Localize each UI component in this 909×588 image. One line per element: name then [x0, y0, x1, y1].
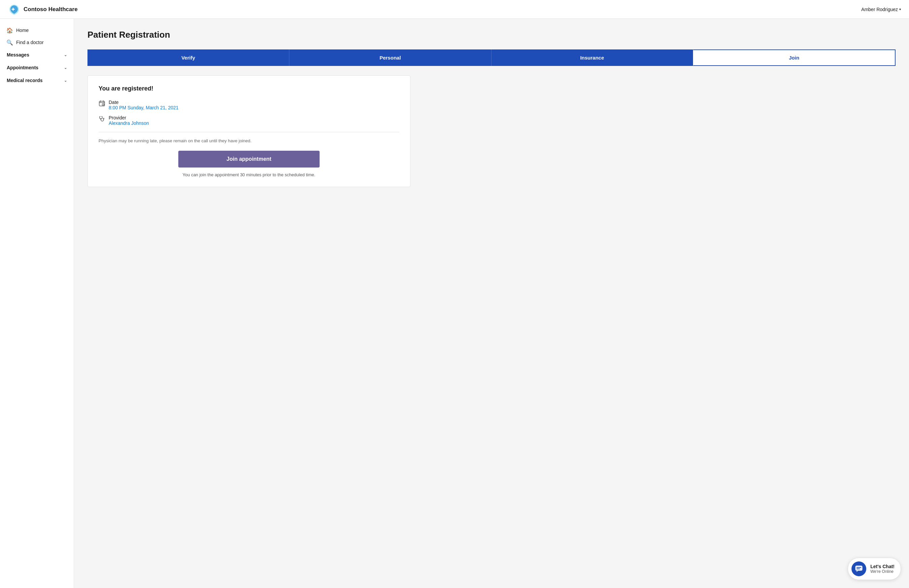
brand-logo: [8, 3, 20, 16]
brand-name: Contoso Healthcare: [24, 6, 78, 13]
steps-row: Verify Personal Insurance Join: [87, 50, 896, 66]
appointments-chevron-icon: ⌄: [64, 66, 67, 70]
sidebar-label-home: Home: [16, 27, 29, 33]
medical-records-chevron-icon: ⌄: [64, 78, 67, 83]
messages-chevron-icon: ⌄: [64, 53, 67, 57]
sidebar-group-appointments-label: Appointments: [7, 65, 38, 70]
find-doctor-icon: 🔍: [7, 39, 13, 45]
sidebar-group-medical-records[interactable]: Medical records ⌄: [0, 74, 74, 87]
brand: Contoso Healthcare: [8, 3, 78, 16]
provider-info: Provider Alexandra Johnson: [109, 115, 149, 126]
date-row: Date 8:00 PM Sunday, March 21, 2021: [98, 100, 399, 110]
date-label: Date: [109, 100, 179, 105]
sidebar-group-medical-records-label: Medical records: [7, 78, 43, 83]
sidebar-group-messages-label: Messages: [7, 52, 29, 58]
user-name: Amber Rodriguez: [861, 7, 898, 12]
date-value: 8:00 PM Sunday, March 21, 2021: [109, 105, 179, 110]
step-join[interactable]: Join: [693, 50, 896, 66]
chat-title: Let's Chat!: [870, 564, 894, 569]
step-verify[interactable]: Verify: [87, 50, 289, 66]
date-info: Date 8:00 PM Sunday, March 21, 2021: [109, 100, 179, 110]
provider-label: Provider: [109, 115, 149, 120]
provider-row: Provider Alexandra Johnson: [98, 115, 399, 126]
layout: 🏠 Home 🔍 Find a doctor Messages ⌄ Appoin…: [0, 19, 909, 588]
page-title: Patient Registration: [87, 30, 896, 40]
sidebar-item-home[interactable]: 🏠 Home: [0, 24, 74, 36]
svg-point-2: [103, 118, 104, 119]
sidebar-group-appointments[interactable]: Appointments ⌄: [0, 61, 74, 74]
sidebar-group-messages[interactable]: Messages ⌄: [0, 48, 74, 61]
svg-rect-3: [856, 566, 862, 570]
chat-subtitle: We're Online: [870, 569, 894, 574]
chat-text: Let's Chat! We're Online: [870, 564, 894, 574]
calendar-icon: [98, 100, 105, 108]
step-personal[interactable]: Personal: [289, 50, 491, 66]
sidebar: 🏠 Home 🔍 Find a doctor Messages ⌄ Appoin…: [0, 19, 74, 588]
registered-title: You are registered!: [98, 85, 399, 92]
sidebar-item-find-doctor[interactable]: 🔍 Find a doctor: [0, 36, 74, 48]
stethoscope-icon: [98, 115, 105, 124]
join-appointment-button[interactable]: Join appointment: [178, 151, 320, 168]
user-menu[interactable]: Amber Rodriguez ▾: [861, 7, 901, 12]
divider: [98, 132, 399, 132]
step-insurance[interactable]: Insurance: [491, 50, 693, 66]
top-nav: Contoso Healthcare Amber Rodriguez ▾: [0, 0, 909, 19]
chat-icon: [851, 561, 866, 576]
chat-bubble[interactable]: Let's Chat! We're Online: [848, 558, 901, 580]
provider-value: Alexandra Johnson: [109, 120, 149, 126]
main-content: Patient Registration Verify Personal Ins…: [74, 19, 909, 588]
physician-note: Physician may be running late, please re…: [98, 138, 399, 143]
sidebar-label-find-doctor: Find a doctor: [16, 40, 44, 45]
home-icon: 🏠: [7, 27, 13, 33]
user-chevron-icon: ▾: [899, 7, 901, 11]
registration-card: You are registered! Date 8:00 PM Sunday,: [87, 75, 410, 187]
join-note: You can join the appointment 30 minutes …: [98, 172, 399, 177]
